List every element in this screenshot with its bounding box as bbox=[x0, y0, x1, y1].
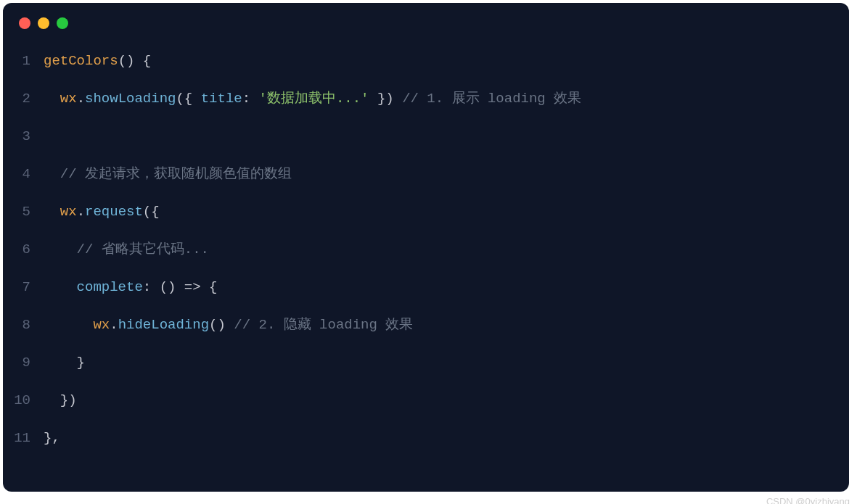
token-obj: wx bbox=[60, 91, 77, 107]
line-number: 2 bbox=[13, 80, 44, 117]
token-obj: wx bbox=[93, 317, 110, 333]
token-punct: . bbox=[77, 204, 85, 220]
code-line: 8 wx.hideLoading() // 2. 隐藏 loading 效果 bbox=[13, 306, 839, 344]
code-editor-window: 1getColors() {2 wx.showLoading({ title: … bbox=[3, 3, 849, 492]
token-punct: } bbox=[44, 355, 85, 371]
token-obj: wx bbox=[60, 204, 77, 220]
token-punct: : () bbox=[143, 279, 184, 295]
line-content: getColors() { bbox=[44, 42, 151, 80]
code-line: 6 // 省略其它代码... bbox=[13, 231, 839, 268]
line-content: // 发起请求，获取随机颜色值的数组 bbox=[44, 155, 292, 193]
token-comment: // 发起请求，获取随机颜色值的数组 bbox=[60, 166, 292, 182]
line-content: } bbox=[44, 344, 85, 381]
line-content: wx.hideLoading() // 2. 隐藏 loading 效果 bbox=[44, 306, 413, 344]
token-comment: // 省略其它代码... bbox=[77, 241, 209, 257]
close-icon[interactable] bbox=[19, 17, 30, 29]
token-punct: }) bbox=[369, 91, 403, 107]
line-content: }) bbox=[44, 381, 77, 419]
token-method: request bbox=[85, 204, 143, 220]
token-punct bbox=[44, 317, 93, 333]
token-punct: { bbox=[201, 279, 218, 295]
code-line: 9 } bbox=[13, 344, 839, 381]
line-number: 8 bbox=[13, 306, 44, 344]
code-line: 11}, bbox=[13, 419, 839, 457]
token-punct: ({ bbox=[143, 204, 160, 220]
code-line: 5 wx.request({ bbox=[13, 193, 839, 231]
token-punct: }) bbox=[44, 392, 77, 408]
token-punct bbox=[44, 166, 60, 182]
code-line: 4 // 发起请求，获取随机颜色值的数组 bbox=[13, 155, 839, 193]
line-number: 1 bbox=[13, 42, 44, 80]
token-method: showLoading bbox=[85, 91, 176, 107]
token-punct: () { bbox=[118, 53, 152, 69]
line-number: 10 bbox=[13, 381, 44, 419]
token-punct: : bbox=[242, 91, 259, 107]
token-punct: ({ bbox=[176, 91, 200, 107]
line-content: }, bbox=[44, 419, 60, 457]
token-prop: title bbox=[201, 91, 242, 107]
window-controls bbox=[3, 17, 849, 42]
code-line: 1getColors() { bbox=[13, 42, 839, 80]
token-prop: complete bbox=[77, 279, 143, 295]
line-content: wx.showLoading({ title: '数据加载中...' }) //… bbox=[44, 80, 581, 117]
code-line: 3 bbox=[13, 117, 839, 155]
token-punct: }, bbox=[44, 430, 60, 446]
token-comment: // 1. 展示 loading 效果 bbox=[402, 91, 581, 107]
line-number: 5 bbox=[13, 193, 44, 231]
minimize-icon[interactable] bbox=[38, 17, 49, 29]
token-comment: // 2. 隐藏 loading 效果 bbox=[234, 317, 413, 333]
token-func: getColors bbox=[44, 53, 118, 69]
line-number: 3 bbox=[13, 117, 44, 155]
token-method: hideLoading bbox=[118, 317, 209, 333]
token-punct: . bbox=[77, 91, 85, 107]
line-number: 6 bbox=[13, 231, 44, 268]
code-line: 7 complete: () => { bbox=[13, 268, 839, 306]
maximize-icon[interactable] bbox=[57, 17, 68, 29]
code-area[interactable]: 1getColors() {2 wx.showLoading({ title: … bbox=[3, 42, 849, 457]
watermark: CSDN @0yizhiyang bbox=[766, 495, 857, 504]
line-number: 11 bbox=[13, 419, 44, 457]
line-content: // 省略其它代码... bbox=[44, 231, 209, 268]
token-punct bbox=[44, 279, 77, 295]
code-line: 10 }) bbox=[13, 381, 839, 419]
token-arrow: => bbox=[184, 279, 201, 295]
line-number: 7 bbox=[13, 268, 44, 306]
code-line: 2 wx.showLoading({ title: '数据加载中...' }) … bbox=[13, 80, 839, 117]
token-string: '数据加载中...' bbox=[259, 91, 369, 107]
line-content: complete: () => { bbox=[44, 268, 217, 306]
line-content: wx.request({ bbox=[44, 193, 160, 231]
token-punct bbox=[44, 241, 77, 257]
token-punct bbox=[44, 91, 60, 107]
token-punct: () bbox=[209, 317, 234, 333]
token-punct: . bbox=[110, 317, 118, 333]
line-number: 4 bbox=[13, 155, 44, 193]
token-punct bbox=[44, 204, 60, 220]
line-number: 9 bbox=[13, 344, 44, 381]
